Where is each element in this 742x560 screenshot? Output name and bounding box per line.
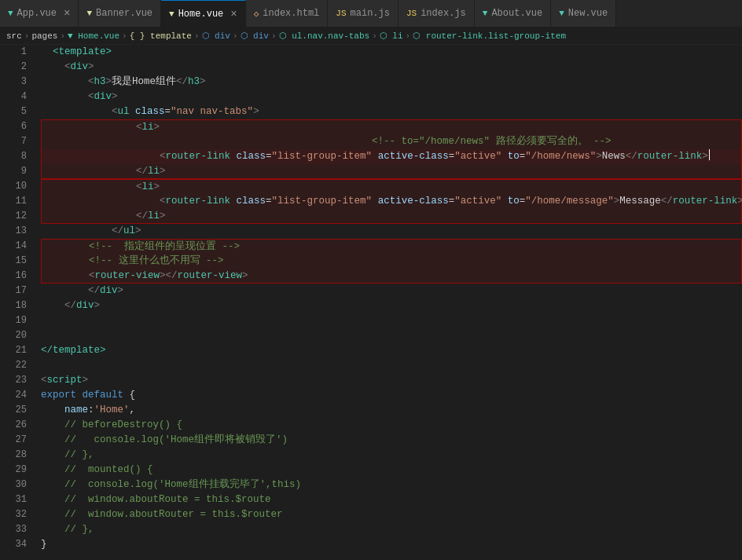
tab-about-vue[interactable]: ▼ About.vue [475,0,551,27]
code-token: class [237,194,266,209]
tab-label: main.js [351,8,390,19]
bc-router-link: ⬡ router-link.list-group-item [413,31,566,41]
code-token [372,149,378,164]
bc-div2: ⬡ div [241,31,269,41]
code-token: </ [41,298,76,313]
code-token [230,194,237,209]
code-line-15: <!-- 这里什么也不用写 --> [41,254,742,269]
line-num-3: 3 [0,75,35,90]
code-token: </ [41,224,123,239]
tab-label: App.vue [17,8,57,19]
code-token: <!-- 指定组件的呈现位置 --> [42,240,240,254]
line-num-27: 27 [0,433,35,448]
code-token: // console.log('Home组件即将被销毁了') [41,433,288,448]
line-num-31: 31 [0,492,35,507]
line-num-13: 13 [0,224,35,239]
line-num-4: 4 [0,90,35,104]
code-line-27: // console.log('Home组件即将被销毁了') [41,433,742,448]
code-token: router-link [166,149,231,164]
bc-li: ⬡ li [380,31,403,41]
tab-label: New.vue [568,8,608,19]
code-line-8: <router-link class="list-group-item" act… [41,149,742,164]
code-line-25: name:'Home', [41,403,742,418]
code-line-30: // console.log('Home组件挂载完毕了',this) [41,478,742,492]
line-num-8: 8 [0,149,35,164]
tab-new-vue[interactable]: ▼ New.vue [551,0,616,27]
tab-index-html[interactable]: ◇ index.html [246,0,329,27]
line-num-12: 12 [0,209,35,224]
code-token [76,388,83,403]
line-num-22: 22 [0,358,35,373]
code-line-32: // window.aboutRouter = this.$router [41,507,742,522]
code-token: < [41,373,47,388]
vue-icon: ▼ [169,9,174,19]
code-editor[interactable]: <template> <div> <h3>我是Home组件</h3> <div>… [35,45,742,560]
line-num-26: 26 [0,418,35,433]
code-token: "active" [454,149,501,164]
code-token: div [100,284,118,298]
bc-template: { } template [130,31,192,41]
editor: 1 2 3 4 5 6 7 8 9 10 11 12 13 14 15 16 1… [0,45,742,560]
line-num-21: 21 [0,343,35,358]
line-num-7: 7 [0,134,35,149]
code-token: "nav nav-tabs" [171,104,253,119]
code-token: < [42,180,142,195]
html-icon: ◇ [254,9,259,19]
bc-div1: ⬡ div [202,31,230,41]
line-num-25: 25 [0,403,35,418]
code-line-22 [41,358,742,373]
code-token: li [142,180,154,195]
line-num-15: 15 [0,254,35,269]
bc-sep: › [372,31,377,41]
code-token: < [42,120,142,135]
code-token: name [64,403,88,418]
line-num-16: 16 [0,269,35,284]
code-token: < [41,90,94,104]
code-token [130,104,136,119]
tab-label: index.html [263,8,319,19]
code-token: </template> [41,343,106,358]
tab-bar: ▼ App.vue × ▼ Banner.vue ▼ Home.vue × ◇ … [0,0,742,27]
tab-index-js[interactable]: JS index.js [399,0,475,27]
bc-sep: › [271,31,277,41]
code-token: ul [123,224,135,239]
code-token: > [596,149,602,164]
code-token: = [520,149,526,164]
code-token [230,149,237,164]
code-token: export [41,388,76,403]
code-token: // console.log('Home组件挂载完毕了',this) [41,478,301,492]
bc-sep: › [194,31,200,41]
line-num-33: 33 [0,522,35,537]
tab-main-js[interactable]: JS main.js [328,0,399,27]
code-token: h3 [188,75,200,90]
code-token: </ [661,194,673,209]
code-token: </ [626,149,637,164]
code-line-7: <!-- to="/home/news" 路径必须要写全的。 --> [41,134,742,149]
code-token: > [614,194,620,209]
code-token: Message [619,194,661,209]
tab-banner-vue[interactable]: ▼ Banner.vue [79,0,161,27]
code-token: div [94,90,112,104]
tab-home-vue[interactable]: ▼ Home.vue × [161,0,246,27]
code-token: > [83,373,89,388]
vue-icon: ▼ [86,9,92,18]
line-num-9: 9 [0,164,35,179]
code-token: "/home/message" [525,194,614,209]
code-token: > [94,298,101,313]
code-token: = [520,194,526,209]
code-token: // }, [41,448,94,463]
text-cursor [709,149,710,160]
code-token: { [123,388,135,403]
close-icon[interactable]: × [230,8,237,20]
code-line-26: // beforeDestroy() { [41,418,742,433]
code-token: // mounted() { [41,463,153,478]
line-numbers: 1 2 3 4 5 6 7 8 9 10 11 12 13 14 15 16 1… [0,45,35,560]
code-token: ></ [160,269,178,284]
code-token: > [154,120,160,135]
bc-sep: › [122,31,127,41]
code-token: = [449,194,455,209]
code-token: = [266,194,272,209]
code-token: > [737,194,742,209]
close-icon[interactable]: × [64,7,70,20]
tab-app-vue[interactable]: ▼ App.vue × [0,0,79,27]
